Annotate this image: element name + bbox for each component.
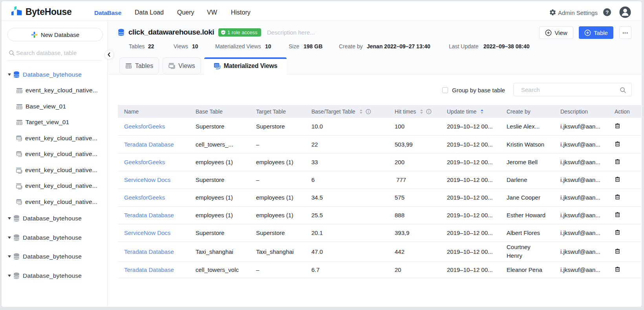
svg-text:?: ? <box>606 9 609 15</box>
